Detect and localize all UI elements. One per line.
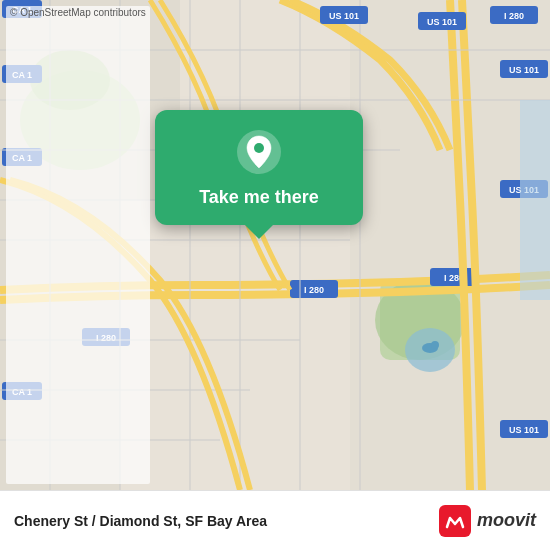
moovit-logo[interactable]: moovit — [439, 505, 536, 537]
location-name-label: Chenery St / Diamond St, SF Bay Area — [14, 513, 267, 529]
take-me-there-label: Take me there — [199, 186, 319, 209]
svg-rect-48 — [520, 100, 550, 300]
bottom-bar: Chenery St / Diamond St, SF Bay Area moo… — [0, 490, 550, 550]
location-pin-icon — [235, 128, 283, 176]
svg-text:US 101: US 101 — [509, 425, 539, 435]
svg-text:I 280: I 280 — [504, 11, 524, 21]
map-copyright: © OpenStreetMap contributors — [6, 6, 150, 484]
svg-text:I 280: I 280 — [304, 285, 324, 295]
svg-text:US 101: US 101 — [427, 17, 457, 27]
moovit-icon — [439, 505, 471, 537]
svg-point-51 — [431, 341, 439, 349]
svg-text:US 101: US 101 — [509, 65, 539, 75]
map-container: I 280 I 280 I 280 US 101 US 101 US 101 U… — [0, 0, 550, 490]
svg-rect-54 — [439, 505, 471, 537]
location-card[interactable]: Take me there — [155, 110, 363, 225]
svg-text:US 101: US 101 — [329, 11, 359, 21]
svg-point-53 — [254, 143, 264, 153]
moovit-text: moovit — [477, 510, 536, 531]
